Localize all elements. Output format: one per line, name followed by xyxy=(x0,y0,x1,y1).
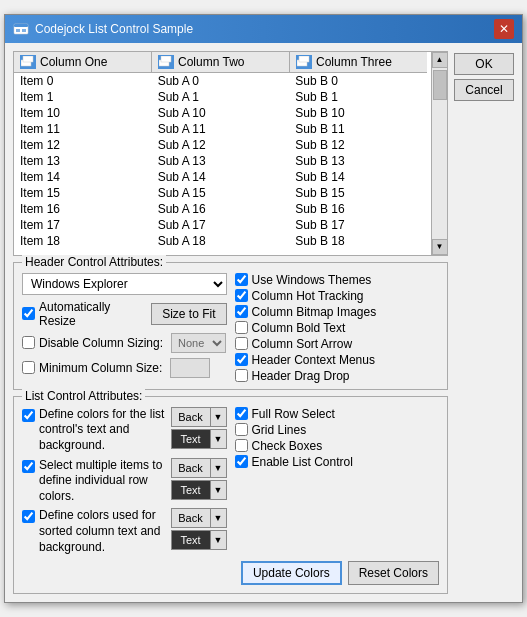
cell-c2: Sub A 11 xyxy=(152,121,290,137)
table-row[interactable]: Item 13 Sub A 13 Sub B 13 xyxy=(14,153,427,169)
color-row2-text-button[interactable]: Text xyxy=(171,480,211,500)
col3-label: Column Three xyxy=(316,55,392,69)
cell-c2: Sub A 12 xyxy=(152,137,290,153)
color-row2-text-btn-wrap: Text ▼ xyxy=(171,480,227,500)
table-row[interactable]: Item 10 Sub A 10 Sub B 10 xyxy=(14,105,427,121)
table-row[interactable]: Item 1 Sub A 1 Sub B 1 xyxy=(14,89,427,105)
table-row[interactable]: Item 18 Sub A 18 Sub B 18 xyxy=(14,233,427,249)
header-left: Windows Explorer Flat Standard Automatic… xyxy=(22,273,227,383)
color-row2-text-arrow[interactable]: ▼ xyxy=(211,480,227,500)
cell-c2: Sub A 10 xyxy=(152,105,290,121)
list-attr-row: Define colors for the list control's tex… xyxy=(22,407,439,555)
list-body: Item 0 Sub A 0 Sub B 0 Item 1 Sub A 1 Su… xyxy=(14,73,427,255)
table-row[interactable]: Item 11 Sub A 11 Sub B 11 xyxy=(14,121,427,137)
scroll-up-arrow[interactable]: ▲ xyxy=(432,52,448,68)
dialog-action-buttons: OK Cancel xyxy=(454,51,514,594)
table-row[interactable]: Item 16 Sub A 16 Sub B 16 xyxy=(14,201,427,217)
cancel-button[interactable]: Cancel xyxy=(454,79,514,101)
min-col-value-input[interactable]: 25 xyxy=(170,358,210,378)
min-col-size-label: Minimum Column Size: xyxy=(39,361,162,375)
list-checkbox-3[interactable] xyxy=(235,455,248,468)
window-title: Codejock List Control Sample xyxy=(35,22,193,36)
cell-c3: Sub B 12 xyxy=(289,137,427,153)
title-bar: Codejock List Control Sample ✕ xyxy=(5,15,522,43)
color-row1-text-button[interactable]: Text xyxy=(171,429,211,449)
list-checkbox-0[interactable] xyxy=(235,407,248,420)
header-checkbox-0[interactable] xyxy=(235,273,248,286)
table-row[interactable]: Item 12 Sub A 12 Sub B 12 xyxy=(14,137,427,153)
list-cb-row-1: Grid Lines xyxy=(235,423,440,437)
list-section-content: Define colors for the list control's tex… xyxy=(22,407,439,587)
color-row3-text-arrow[interactable]: ▼ xyxy=(211,530,227,550)
cell-c2: Sub A 1 xyxy=(152,89,290,105)
color-row1-checkbox[interactable] xyxy=(22,409,35,422)
header-checkbox-4[interactable] xyxy=(235,337,248,350)
bottom-buttons: Update Colors Reset Colors xyxy=(22,559,439,587)
color-row3-text-button[interactable]: Text xyxy=(171,530,211,550)
table-row[interactable]: Item 17 Sub A 17 Sub B 17 xyxy=(14,217,427,233)
reset-colors-button[interactable]: Reset Colors xyxy=(348,561,439,585)
min-col-size-checkbox[interactable] xyxy=(22,361,35,374)
dialog-body: Column One Column Two xyxy=(5,43,522,602)
size-to-fit-button[interactable]: Size to Fit xyxy=(151,303,226,325)
main-layout: Column One Column Two xyxy=(13,51,514,594)
color-row1-text-arrow[interactable]: ▼ xyxy=(211,429,227,449)
none-select[interactable]: None xyxy=(171,333,226,353)
ok-button[interactable]: OK xyxy=(454,53,514,75)
scroll-down-arrow[interactable]: ▼ xyxy=(432,239,448,255)
vertical-scrollbar[interactable]: ▲ ▼ xyxy=(431,52,447,255)
header-checkbox-1[interactable] xyxy=(235,289,248,302)
col-header-3[interactable]: Column Three xyxy=(290,52,427,72)
cell-c3: Sub B 0 xyxy=(289,73,427,89)
list-checkbox-2[interactable] xyxy=(235,439,248,452)
list-cb-label-1: Grid Lines xyxy=(252,423,307,437)
color-row2-checkbox[interactable] xyxy=(22,460,35,473)
header-cb-label-6: Header Drag Drop xyxy=(252,369,350,383)
color-row2-buttons: Back ▼ Text ▼ xyxy=(171,458,227,500)
color-row3-back-button[interactable]: Back xyxy=(171,508,211,528)
style-select[interactable]: Windows Explorer Flat Standard xyxy=(22,273,227,295)
header-cb-row-1: Column Hot Tracking xyxy=(235,289,440,303)
svg-rect-7 xyxy=(161,56,171,62)
disable-sizing-checkbox[interactable] xyxy=(22,336,35,349)
col-header-2[interactable]: Column Two xyxy=(152,52,290,72)
header-checkbox-6[interactable] xyxy=(235,369,248,382)
color-row3-checkbox[interactable] xyxy=(22,510,35,523)
header-checkbox-3[interactable] xyxy=(235,321,248,334)
cell-c3: Sub B 18 xyxy=(289,233,427,249)
cell-c3: Sub B 10 xyxy=(289,105,427,121)
table-row[interactable]: Item 15 Sub A 15 Sub B 15 xyxy=(14,185,427,201)
list-cb-label-3: Enable List Control xyxy=(252,455,353,469)
header-right: Use Windows ThemesColumn Hot TrackingCol… xyxy=(235,273,440,383)
color-row3-back-arrow[interactable]: ▼ xyxy=(211,508,227,528)
color-row3-buttons: Back ▼ Text ▼ xyxy=(171,508,227,550)
col1-label: Column One xyxy=(40,55,107,69)
col3-icon xyxy=(296,55,312,69)
table-row[interactable]: Item 14 Sub A 14 Sub B 14 xyxy=(14,169,427,185)
color-row1-back-button[interactable]: Back xyxy=(171,407,211,427)
list-checkbox-1[interactable] xyxy=(235,423,248,436)
header-checkbox-2[interactable] xyxy=(235,305,248,318)
color-row2-back-button[interactable]: Back xyxy=(171,458,211,478)
list-cb-row-3: Enable List Control xyxy=(235,455,440,469)
col2-label: Column Two xyxy=(178,55,244,69)
disable-sizing-row: Disable Column Sizing: None xyxy=(22,333,227,353)
col-header-1[interactable]: Column One xyxy=(14,52,152,72)
list-attr-right: Full Row SelectGrid LinesCheck BoxesEnab… xyxy=(235,407,440,555)
cell-c2: Sub A 16 xyxy=(152,201,290,217)
cell-c3: Sub B 13 xyxy=(289,153,427,169)
disable-sizing-label: Disable Column Sizing: xyxy=(39,336,163,350)
dialog-window: Codejock List Control Sample ✕ Column On… xyxy=(4,14,523,603)
header-cb-label-3: Column Bold Text xyxy=(252,321,346,335)
color-row1-back-arrow[interactable]: ▼ xyxy=(211,407,227,427)
header-cb-row-2: Column Bitmap Images xyxy=(235,305,440,319)
table-row[interactable]: Item 0 Sub A 0 Sub B 0 xyxy=(14,73,427,89)
color-row2-back-arrow[interactable]: ▼ xyxy=(211,458,227,478)
header-section-label: Header Control Attributes: xyxy=(22,255,166,269)
header-row: Windows Explorer Flat Standard Automatic… xyxy=(22,273,439,383)
update-colors-button[interactable]: Update Colors xyxy=(241,561,342,585)
close-button[interactable]: ✕ xyxy=(494,19,514,39)
auto-resize-checkbox[interactable] xyxy=(22,307,35,320)
scroll-thumb[interactable] xyxy=(433,70,447,100)
header-checkbox-5[interactable] xyxy=(235,353,248,366)
